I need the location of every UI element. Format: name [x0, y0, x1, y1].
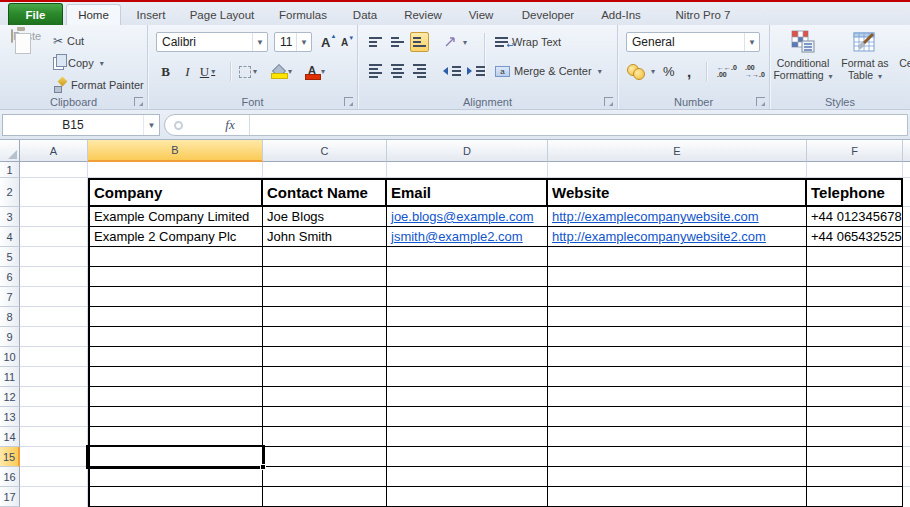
tab-formulas[interactable]: Formulas: [272, 4, 334, 25]
row-header-1[interactable]: 1: [0, 162, 20, 178]
cell-D7[interactable]: [387, 287, 548, 307]
merge-center-button[interactable]: a Merge & Center: [492, 61, 605, 81]
number-dialog-launcher[interactable]: [756, 97, 765, 106]
cell-C14[interactable]: [263, 427, 387, 447]
cell-E12[interactable]: [548, 387, 807, 407]
row-header-14[interactable]: 14: [0, 427, 20, 447]
row-header-16[interactable]: 16: [0, 467, 20, 487]
formula-bar-grip-icon[interactable]: [174, 121, 183, 130]
cell-D5[interactable]: [387, 247, 548, 267]
cell-C9[interactable]: [263, 327, 387, 347]
tab-file[interactable]: File: [8, 3, 63, 25]
tab-page-layout[interactable]: Page Layout: [182, 4, 262, 25]
cell-E17[interactable]: [548, 487, 807, 507]
cell-E11[interactable]: [548, 367, 807, 387]
cell-D4[interactable]: jsmith@example2.com: [387, 227, 548, 247]
cell-B11[interactable]: [88, 367, 263, 387]
format-painter-button[interactable]: Format Painter: [50, 75, 147, 95]
tab-home[interactable]: Home: [66, 4, 121, 25]
bold-button[interactable]: B: [156, 61, 175, 82]
alignment-dialog-launcher[interactable]: [604, 97, 613, 106]
row-header-2[interactable]: 2: [0, 178, 20, 207]
comma-style-button[interactable]: ,: [684, 61, 694, 81]
conditional-formatting-button[interactable]: Conditional Formatting: [770, 29, 836, 103]
cell-D17[interactable]: [387, 487, 548, 507]
cell-B5[interactable]: [88, 247, 263, 267]
cell-B4[interactable]: Example 2 Company Plc: [88, 227, 263, 247]
cell-F6[interactable]: [807, 267, 903, 287]
paste-button[interactable]: Paste ▾: [6, 30, 46, 100]
chevron-down-icon[interactable]: ▼: [296, 33, 311, 51]
cell-D15[interactable]: [387, 447, 548, 467]
cell-F3[interactable]: +44 0123456789: [807, 207, 903, 227]
column-header-E[interactable]: E: [548, 140, 807, 162]
decrease-decimal-button[interactable]: .00 →→.0: [742, 61, 768, 81]
orientation-button[interactable]: [440, 32, 470, 52]
cell-F14[interactable]: [807, 427, 903, 447]
column-header-F[interactable]: F: [807, 140, 903, 162]
cell-F16[interactable]: [807, 467, 903, 487]
chevron-down-icon[interactable]: ▼: [143, 115, 159, 135]
percent-style-button[interactable]: %: [660, 61, 678, 81]
name-box[interactable]: B15 ▼: [2, 114, 160, 136]
align-right-button[interactable]: [410, 61, 429, 81]
cell-F15[interactable]: [807, 447, 903, 467]
cell-C6[interactable]: [263, 267, 387, 287]
row-header-17[interactable]: 17: [0, 487, 20, 507]
cell-B17[interactable]: [88, 487, 263, 507]
increase-decimal-button[interactable]: ←←.0 .00: [714, 61, 740, 81]
cell-E5[interactable]: [548, 247, 807, 267]
fill-handle[interactable]: [260, 464, 266, 470]
row-header-11[interactable]: 11: [0, 367, 20, 387]
cell-B14[interactable]: [88, 427, 263, 447]
cell-D16[interactable]: [387, 467, 548, 487]
select-all-corner[interactable]: [0, 140, 20, 162]
cell-F9[interactable]: [807, 327, 903, 347]
insert-function-button[interactable]: fx: [217, 117, 243, 133]
cell-E8[interactable]: [548, 307, 807, 327]
cell-E13[interactable]: [548, 407, 807, 427]
cell-D11[interactable]: [387, 367, 548, 387]
cell-C17[interactable]: [263, 487, 387, 507]
tab-insert[interactable]: Insert: [128, 4, 174, 25]
cell-F5[interactable]: [807, 247, 903, 267]
cut-button[interactable]: ✂ Cut: [50, 31, 87, 51]
middle-align-button[interactable]: [388, 32, 407, 52]
cell-E3[interactable]: http://examplecompanywebsite.com: [548, 207, 807, 227]
cell-D6[interactable]: [387, 267, 548, 287]
row-header-9[interactable]: 9: [0, 327, 20, 347]
cell-C3[interactable]: Joe Blogs: [263, 207, 387, 227]
cell-E9[interactable]: [548, 327, 807, 347]
row-header-7[interactable]: 7: [0, 287, 20, 307]
grow-font-button[interactable]: A▲: [318, 32, 333, 52]
tab-developer[interactable]: Developer: [514, 4, 582, 25]
column-header-C[interactable]: C: [263, 140, 387, 162]
cell-C11[interactable]: [263, 367, 387, 387]
cell-F2[interactable]: Telephone: [807, 178, 903, 207]
cell-C5[interactable]: [263, 247, 387, 267]
cell-D14[interactable]: [387, 427, 548, 447]
cell-C4[interactable]: John Smith: [263, 227, 387, 247]
cell-E2[interactable]: Website: [548, 178, 807, 207]
copy-button[interactable]: Copy: [50, 53, 107, 73]
cell-E15[interactable]: [548, 447, 807, 467]
cell-E4[interactable]: http://examplecompanywebsite2.com: [548, 227, 807, 247]
font-size-combo[interactable]: 11 ▼: [274, 32, 312, 52]
cell-B2[interactable]: Company: [88, 178, 263, 207]
shrink-font-button[interactable]: A▼: [338, 32, 351, 52]
cell-B13[interactable]: [88, 407, 263, 427]
tab-nitro-pro-7[interactable]: Nitro Pro 7: [660, 4, 746, 25]
row-header-10[interactable]: 10: [0, 347, 20, 367]
row-header-8[interactable]: 8: [0, 307, 20, 327]
cell-E10[interactable]: [548, 347, 807, 367]
clipboard-dialog-launcher[interactable]: [134, 97, 143, 106]
borders-button[interactable]: [238, 61, 258, 82]
font-dialog-launcher[interactable]: [344, 97, 353, 106]
row-header-12[interactable]: 12: [0, 387, 20, 407]
cell-E6[interactable]: [548, 267, 807, 287]
cell-B10[interactable]: [88, 347, 263, 367]
cell-D8[interactable]: [387, 307, 548, 327]
cell-F17[interactable]: [807, 487, 903, 507]
row-header-4[interactable]: 4: [0, 227, 20, 247]
cell-E14[interactable]: [548, 427, 807, 447]
